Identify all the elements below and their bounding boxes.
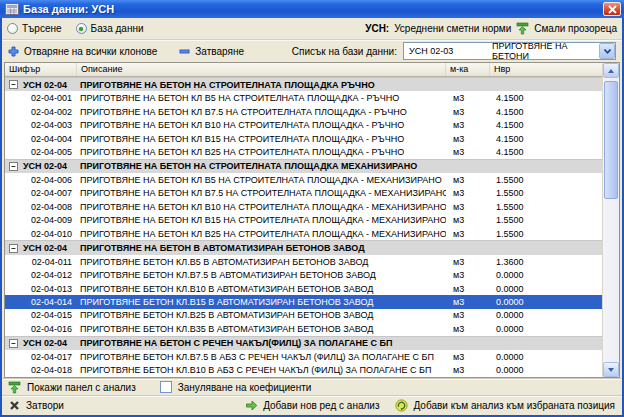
group-code: УСН 02-04 <box>23 338 67 348</box>
row-nvr: 0.0000 <box>490 322 602 335</box>
row-description: ПРИГОТВЯНЕ НА БЕТОН КЛ В5 НА СТРОИТЕЛНАТ… <box>77 91 446 104</box>
scrollbar-track[interactable] <box>603 78 619 362</box>
row-nvr: 4.1500 <box>490 105 602 118</box>
window-title: База данни: УСН <box>23 3 603 15</box>
column-header-nvr[interactable]: Нвр <box>490 63 602 76</box>
group-title: ПРИГОТВЯНЕ НА БЕТОН В АВТОМАТИЗИРАН БЕТО… <box>77 241 446 254</box>
table-row[interactable]: 02-04-006ПРИГОТВЯНЕ НА БЕТОН КЛ В5 НА СТ… <box>5 173 602 186</box>
row-unit: м3 <box>446 282 490 295</box>
row-code: 02-04-012 <box>5 268 77 281</box>
close-button[interactable] <box>603 2 621 16</box>
combo-dropdown-button[interactable] <box>599 43 615 59</box>
row-code: 02-04-005 <box>5 145 77 158</box>
zero-coefficients-checkbox[interactable] <box>160 381 172 393</box>
row-code: 02-04-018 <box>5 364 77 377</box>
plus-icon <box>8 46 19 57</box>
table-row[interactable]: 02-04-007ПРИГОТВЯНЕ НА БЕТОН КЛ В7.5 НА … <box>5 187 602 200</box>
row-code: 02-04-011 <box>5 255 77 268</box>
table-row[interactable]: 02-04-018ПРИГОТВЯНЕ БЕТОН КЛ.В10 В АБЗ С… <box>5 364 602 377</box>
bottom-actions: Добави нов ред с анализ Добави към анали… <box>245 399 615 412</box>
circular-arrow-icon <box>395 399 408 412</box>
table-row[interactable]: 02-04-015ПРИГОТВЯНЕ БЕТОН КЛ.В25 В АВТОМ… <box>5 309 602 322</box>
norms-table: Шифър Описание м-ка Нвр −УСН 02-04ПРИГОТ… <box>4 62 620 378</box>
table-row[interactable]: 02-04-001ПРИГОТВЯНЕ НА БЕТОН КЛ В5 НА СТ… <box>5 91 602 104</box>
table-row[interactable]: 02-04-008ПРИГОТВЯНЕ НА БЕТОН КЛ В10 НА С… <box>5 200 602 213</box>
row-code: 02-04-006 <box>5 173 77 186</box>
scrollbar-thumb[interactable] <box>604 81 618 199</box>
column-header-unit[interactable]: м-ка <box>446 63 490 76</box>
shrink-window-label[interactable]: Смали прозореца <box>534 23 617 34</box>
group-row[interactable]: −УСН 02-04ПРИГОТВЯНЕ НА БЕТОН НА СТРОИТЕ… <box>5 77 602 91</box>
combo-selected-name: ПРИГОТВЯНЕ НА БЕТОНИ <box>492 41 599 61</box>
show-panel-icon[interactable] <box>8 381 21 394</box>
group-row[interactable]: −УСН 02-04ПРИГОТВЯНЕ НА БЕТОН В АВТОМАТИ… <box>5 240 602 254</box>
open-all-branches-button[interactable]: Отваряне на всички клонове <box>8 46 157 57</box>
usn-full-label: Усреднени сметни норми <box>394 23 511 34</box>
db-list-combobox[interactable]: УСН 02-03 ПРИГОТВЯНЕ НА БЕТОНИ <box>403 42 616 60</box>
table-row[interactable]: 02-04-003ПРИГОТВЯНЕ НА БЕТОН КЛ В10 НА С… <box>5 118 602 131</box>
close-window-button[interactable]: Затвори <box>9 400 64 411</box>
row-code: 02-04-002 <box>5 105 77 118</box>
scroll-down-button[interactable] <box>603 362 619 377</box>
table-row[interactable]: 02-04-009ПРИГОТВЯНЕ НА БЕТОН КЛ В15 НА С… <box>5 214 602 227</box>
close-branch-button[interactable]: Затваряне <box>179 46 244 57</box>
row-code: 02-04-007 <box>5 187 77 200</box>
scroll-up-button[interactable] <box>603 63 619 78</box>
row-unit: м3 <box>446 214 490 227</box>
group-unit-cell <box>446 160 490 173</box>
row-description: ПРИГОТВЯНЕ НА БЕТОН КЛ В15 НА СТРОИТЕЛНА… <box>77 132 446 145</box>
group-row[interactable]: −УСН 02-04ПРИГОТВЯНЕ НА БЕТОН С РЕЧЕН ЧА… <box>5 336 602 350</box>
radio-icon <box>7 23 18 34</box>
show-panel-label[interactable]: Покажи панел с анализ <box>27 382 136 393</box>
close-branch-label: Затваряне <box>195 46 244 57</box>
table-row[interactable]: 02-04-014ПРИГОТВЯНЕ БЕТОН КЛ.В15 В АВТОМ… <box>5 295 602 308</box>
group-code-cell: −УСН 02-04 <box>5 241 77 254</box>
group-row[interactable]: −УСН 02-04ПРИГОТВЯНЕ НА БЕТОН НА СТРОИТЕ… <box>5 159 602 173</box>
table-row[interactable]: 02-04-010ПРИГОТВЯНЕ НА БЕТОН КЛ В25 НА С… <box>5 227 602 240</box>
row-description: ПРИГОТВЯНЕ БЕТОН КЛ.В35 В АВТОМАТИЗИРАН … <box>77 322 446 335</box>
collapse-icon[interactable]: − <box>9 80 18 89</box>
row-code: 02-04-003 <box>5 118 77 131</box>
bottom-bar: Затвори Добави нов ред с анализ Добави к… <box>2 395 622 415</box>
table-row[interactable]: 02-04-002ПРИГОТВЯНЕ НА БЕТОН КЛ В7.5 НА … <box>5 105 602 118</box>
chevron-down-icon <box>604 49 611 54</box>
usn-cluster: УСН: Усреднени сметни норми Смали прозор… <box>365 22 617 35</box>
column-header-code[interactable]: Шифър <box>5 63 77 76</box>
shrink-window-icon[interactable] <box>516 22 529 35</box>
subheader: Търсене База данни УСН: Усреднени сметни… <box>2 18 622 40</box>
row-unit: м3 <box>446 309 490 322</box>
usn-abbr: УСН: <box>365 23 389 34</box>
column-header-description[interactable]: Описание <box>77 63 446 76</box>
row-nvr: 0.0000 <box>490 309 602 322</box>
radio-checked-icon <box>76 23 87 34</box>
row-code: 02-04-016 <box>5 322 77 335</box>
row-description: ПРИГОТВЯНЕ НА БЕТОН КЛ В25 НА СТРОИТЕЛНА… <box>77 227 446 240</box>
collapse-icon[interactable]: − <box>9 162 18 171</box>
row-unit: м3 <box>446 227 490 240</box>
table-row[interactable]: 02-04-013ПРИГОТВЯНЕ БЕТОН КЛ.В10 В АВТОМ… <box>5 282 602 295</box>
scroll-down-icon <box>608 368 614 372</box>
add-row-button[interactable]: Добави нов ред с анализ <box>245 399 379 412</box>
table-row[interactable]: 02-04-004ПРИГОТВЯНЕ НА БЕТОН КЛ В15 НА С… <box>5 132 602 145</box>
table-row[interactable]: 02-04-011ПРИГОТВЯНЕ БЕТОН КЛ.В5 В АВТОМА… <box>5 255 602 268</box>
collapse-icon[interactable]: − <box>9 244 18 253</box>
collapse-icon[interactable]: − <box>9 339 18 348</box>
search-radio[interactable]: Търсене <box>7 23 62 34</box>
database-radio[interactable]: База данни <box>76 23 144 34</box>
table-row[interactable]: 02-04-016ПРИГОТВЯНЕ БЕТОН КЛ.В35 В АВТОМ… <box>5 322 602 335</box>
table-row[interactable]: 02-04-012ПРИГОТВЯНЕ БЕТОН КЛ.В7.5 В АВТО… <box>5 268 602 281</box>
row-code: 02-04-004 <box>5 132 77 145</box>
row-nvr: 0.0000 <box>490 295 602 308</box>
vertical-scrollbar[interactable] <box>602 63 619 377</box>
db-list-label: Списък на бази данни: <box>292 46 397 57</box>
scroll-up-icon <box>608 69 614 73</box>
table-row[interactable]: 02-04-017ПРИГОТВЯНЕ БЕТОН КЛ.В7.5 В АБЗ … <box>5 350 602 363</box>
row-unit: м3 <box>446 173 490 186</box>
app-icon <box>5 3 19 15</box>
row-code: 02-04-008 <box>5 200 77 213</box>
add-to-selected-button[interactable]: Добави към анализ към избраната позиция <box>395 399 615 412</box>
table-row[interactable]: 02-04-005ПРИГОТВЯНЕ НА БЕТОН КЛ В25 НА С… <box>5 145 602 158</box>
row-unit: м3 <box>446 200 490 213</box>
group-nvr-cell <box>490 241 602 254</box>
row-description: ПРИГОТВЯНЕ БЕТОН КЛ.В10 В АВТОМАТИЗИРАН … <box>77 282 446 295</box>
